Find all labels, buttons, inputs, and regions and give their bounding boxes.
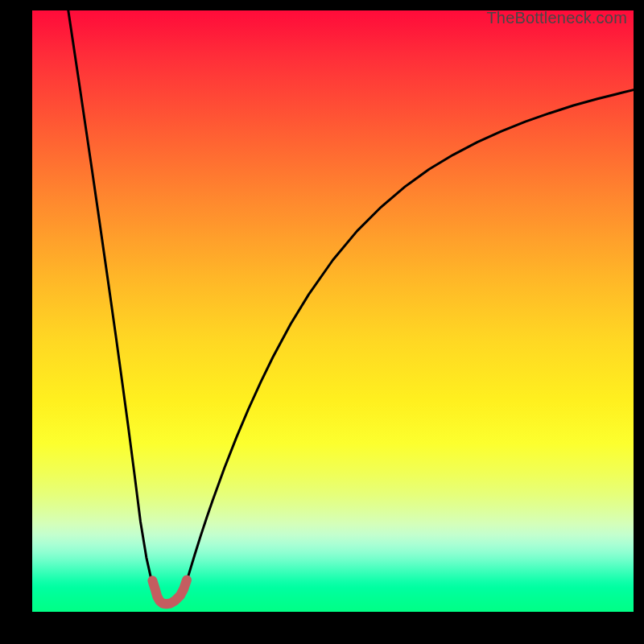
chart-frame: TheBottleneck.com: [0, 0, 644, 644]
curve-left-branch: [68, 10, 158, 599]
valley-marker: [152, 580, 187, 604]
curve-right-branch: [183, 90, 634, 597]
plot-area: TheBottleneck.com: [32, 10, 634, 612]
curve-layer: [32, 10, 634, 612]
